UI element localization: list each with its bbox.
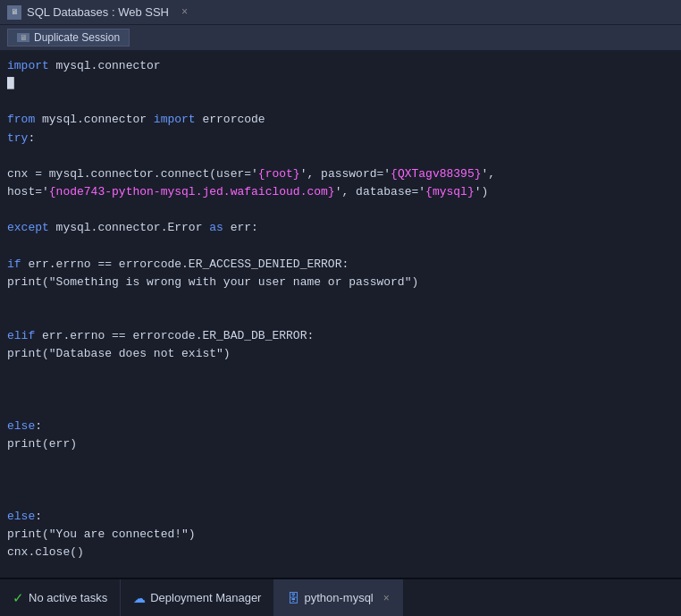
python-mysql-tab[interactable]: 🗄 python-mysql × — [274, 579, 402, 616]
deployment-manager-tab[interactable]: ☁ Deployment Manager — [121, 579, 274, 616]
duplicate-icon: 🖥 — [17, 33, 29, 42]
database-icon: 🗄 — [287, 591, 299, 605]
code-line — [7, 561, 674, 578]
window-title: SQL Databases : Web SSH — [27, 5, 169, 19]
code-line — [7, 400, 674, 418]
window-icon: 🖥 — [7, 5, 21, 20]
code-line: else: — [7, 418, 674, 435]
code-line: print("You are connected!") — [7, 526, 674, 544]
code-line: print(err) — [7, 435, 674, 453]
code-line: cnx = mysql.connector.connect(user='{roo… — [7, 165, 674, 183]
code-line: cnx.close() — [7, 544, 674, 561]
code-line: try: — [7, 130, 674, 148]
deployment-label: Deployment Manager — [150, 591, 261, 604]
code-line — [7, 309, 674, 327]
no-tasks-label: No active tasks — [29, 591, 107, 604]
toolbar: 🖥 Duplicate Session — [0, 25, 681, 52]
cloud-icon: ☁ — [133, 591, 146, 605]
code-editor[interactable]: import mysql.connector from mysql.connec… — [0, 52, 681, 578]
code-line — [7, 489, 674, 507]
code-line: from mysql.connector import errorcode — [7, 111, 674, 129]
duplicate-session-button[interactable]: 🖥 Duplicate Session — [7, 29, 130, 46]
code-line: if err.errno == errorcode.ER_ACCESS_DENI… — [7, 256, 674, 274]
code-line — [7, 382, 674, 400]
python-mysql-label: python-mysql — [304, 591, 373, 604]
code-line — [7, 291, 674, 309]
code-line — [7, 93, 674, 111]
code-line: import mysql.connector — [7, 57, 674, 75]
code-line: print("Database does not exist") — [7, 345, 674, 363]
check-icon: ✓ — [13, 590, 24, 606]
title-bar: 🖥 SQL Databases : Web SSH × — [0, 0, 681, 25]
tab-close-button[interactable]: × — [383, 592, 390, 604]
status-bar: ✓ No active tasks ☁ Deployment Manager 🗄… — [0, 578, 681, 616]
code-line-cursor — [7, 75, 674, 93]
code-line — [7, 148, 674, 165]
code-line: host='{node743-python-mysql.jed.wafaiclo… — [7, 183, 674, 201]
code-line — [7, 201, 674, 219]
code-line — [7, 471, 674, 489]
code-line — [7, 363, 674, 381]
code-line: else: — [7, 508, 674, 526]
code-line — [7, 453, 674, 471]
code-line: elif err.errno == errorcode.ER_BAD_DB_ER… — [7, 327, 674, 345]
code-line: print("Something is wrong with your user… — [7, 274, 674, 291]
code-line: except mysql.connector.Error as err: — [7, 219, 674, 237]
code-line — [7, 237, 674, 255]
window-close-button[interactable]: × — [181, 6, 188, 19]
no-active-tasks-status: ✓ No active tasks — [0, 579, 121, 616]
